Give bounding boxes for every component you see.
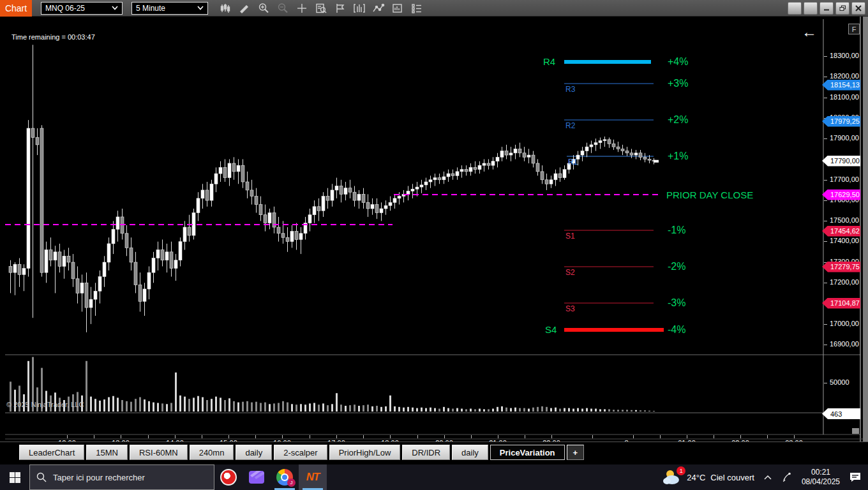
price-tag: 17454,62	[822, 226, 860, 237]
workspace-tab-daily[interactable]: daily	[452, 445, 488, 460]
search-icon	[36, 472, 47, 482]
time-tick-mark	[767, 435, 768, 438]
chrome-logo: J	[276, 469, 293, 486]
instrument-value: MNQ 06-25	[45, 4, 108, 13]
volume-tick-mark	[824, 383, 827, 383]
price-tick-label: 17500,00	[830, 216, 859, 224]
time-tick-mark	[740, 435, 741, 438]
chart-tab[interactable]: Chart	[0, 0, 32, 17]
clock-widget[interactable]: 00:21 08/04/2025	[802, 468, 840, 487]
workspace-tab-priorhigh-low[interactable]: PriorHigh/Low	[329, 445, 401, 460]
window-right-edge	[863, 17, 868, 442]
time-tick-mark	[228, 435, 229, 438]
notification-icon[interactable]	[849, 471, 862, 483]
back-arrow-icon[interactable]: ←	[802, 26, 817, 38]
toolbar: Chart MNQ 06-25 5 Minute	[0, 0, 868, 17]
workspace-tabstrip: LeaderChart15MNRSI-60MN240mndaily2-scalp…	[0, 442, 868, 464]
fixed-scale-button[interactable]: F	[848, 24, 860, 34]
system-tray: 1 24°C Ciel couvert 00:21 08/04/2025	[662, 468, 868, 487]
indicator-icon[interactable]	[370, 1, 387, 15]
time-tick-mark	[363, 435, 364, 438]
bar-type-icon[interactable]	[351, 1, 368, 15]
time-tick-mark	[390, 435, 391, 438]
price-tag: 17979,25	[822, 116, 860, 127]
chart-canvas[interactable]	[0, 17, 868, 442]
time-tick-mark	[255, 435, 256, 438]
workspace-tab-rsi-60mn[interactable]: RSI-60MN	[130, 445, 188, 460]
time-tick-mark	[282, 435, 283, 438]
workspace-tab-leaderchart[interactable]: LeaderChart	[19, 445, 84, 460]
price-tick-label: 18300,00	[830, 52, 859, 59]
price-tick-mark	[824, 200, 827, 201]
price-tick-label: 17900,00	[830, 134, 859, 142]
app-icon-media[interactable]	[214, 464, 243, 490]
properties-icon[interactable]	[408, 1, 425, 15]
workspace-tab-daily[interactable]: daily	[236, 445, 272, 460]
clock-time: 00:21	[802, 468, 840, 477]
app-icon-chrome[interactable]: J	[271, 464, 299, 490]
pen-icon[interactable]	[781, 471, 793, 483]
tray-chevron-up-icon[interactable]	[763, 475, 772, 480]
scrollbar-thumb[interactable]	[852, 428, 859, 434]
workspace-tab-pricevariation[interactable]: PriceVariation	[490, 445, 565, 460]
price-tick-mark	[824, 345, 827, 345]
app-icon-clipchamp[interactable]	[243, 464, 271, 490]
price-tick-mark	[824, 283, 827, 283]
data-box-icon[interactable]	[313, 1, 329, 15]
crosshair-icon[interactable]	[294, 1, 310, 15]
price-tag: 18154,13	[822, 80, 860, 91]
workspace-tab-dr-idr[interactable]: DR/IDR	[402, 445, 450, 460]
workspace-tab-2-scalper[interactable]: 2-scalper	[274, 445, 327, 460]
draw-icon[interactable]	[236, 1, 253, 15]
price-tick-label: 17000,00	[830, 320, 859, 327]
toolbar-extra-button-1[interactable]	[788, 2, 802, 15]
clock-date: 08/04/2025	[802, 477, 840, 487]
chevron-down-icon	[112, 6, 118, 10]
chrome-profile-badge: J	[287, 479, 296, 487]
zoom-out-icon[interactable]	[274, 1, 291, 15]
price-tick-mark	[824, 98, 827, 98]
ninjatrader-logo: NT	[306, 471, 320, 484]
toolbar-extra-button-2[interactable]	[804, 2, 818, 15]
price-tag: 17279,75	[822, 262, 860, 272]
time-tick-mark	[148, 435, 149, 438]
time-tick-mark	[94, 435, 94, 438]
time-tick-mark	[121, 435, 121, 438]
close-button[interactable]	[851, 2, 865, 15]
instrument-select[interactable]: MNQ 06-25	[41, 2, 123, 15]
time-tick-mark	[471, 435, 472, 438]
price-tag: 17790,00	[822, 156, 860, 167]
time-tick-mark	[687, 435, 687, 438]
time-tick-mark	[592, 435, 593, 438]
restore-button[interactable]	[835, 2, 849, 15]
weather-widget[interactable]: 1 24°C Ciel couvert	[662, 469, 754, 486]
zoom-in-icon[interactable]	[255, 1, 272, 15]
chart-style-icon[interactable]	[217, 1, 234, 15]
copyright-label: © 2025 NinjaTrader, LLC	[6, 401, 84, 408]
workspace-tab-240mn[interactable]: 240mn	[190, 445, 234, 460]
time-tick-mark	[417, 435, 418, 438]
clipchamp-logo	[248, 469, 265, 486]
alerts-icon[interactable]	[332, 1, 348, 15]
add-tab-button[interactable]: +	[567, 445, 585, 460]
price-tick-label: 18200,00	[830, 72, 859, 80]
start-button[interactable]	[0, 464, 29, 490]
minimize-button[interactable]	[819, 2, 834, 15]
strategy-icon[interactable]	[389, 1, 406, 15]
weather-condition: Ciel couvert	[710, 473, 754, 482]
price-tick-mark	[824, 221, 827, 221]
time-tick-mark	[498, 435, 498, 438]
workspace-tab-15mn[interactable]: 15MN	[86, 445, 128, 460]
price-tick-label: 17700,00	[830, 175, 859, 183]
chevron-down-icon	[197, 6, 204, 10]
time-tick-mark	[794, 435, 795, 438]
media-app-logo	[220, 469, 237, 486]
app-icon-ninjatrader[interactable]: NT	[299, 464, 327, 490]
time-tick-mark	[202, 435, 202, 438]
price-tick-mark	[824, 138, 827, 139]
interval-select[interactable]: 5 Minute	[131, 2, 208, 15]
windows-logo-icon	[10, 472, 20, 483]
search-input[interactable]: Taper ici pour rechercher	[29, 464, 214, 490]
volume-tag: 463	[822, 408, 860, 419]
price-tick-label: 17200,00	[830, 278, 859, 286]
